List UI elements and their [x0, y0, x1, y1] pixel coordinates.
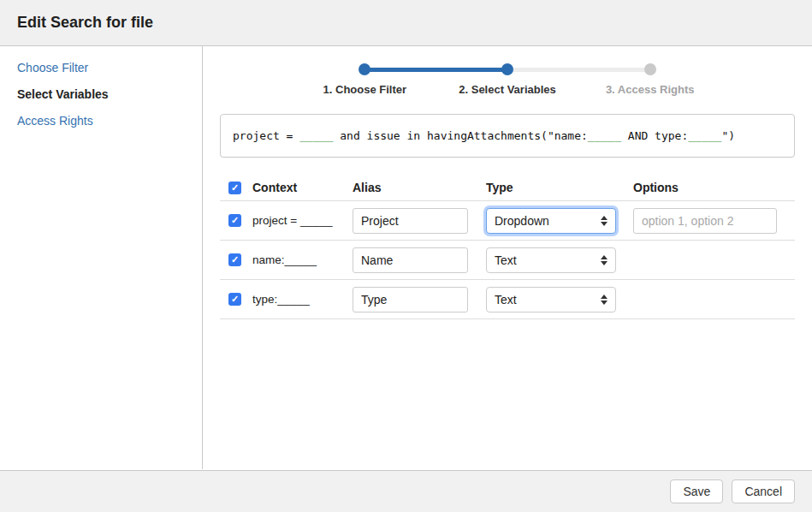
step-dot-upcoming [644, 63, 656, 75]
table-row: ✓ project = _____ Dropdown [220, 201, 795, 240]
cancel-button[interactable]: Cancel [732, 479, 795, 503]
column-header-alias: Alias [353, 181, 486, 194]
table-row: ✓ name:_____ Text [220, 241, 795, 279]
query-preview: project = _____ and issue in havingAttac… [220, 114, 795, 158]
column-header-options: Options [633, 181, 795, 194]
row-divider [220, 319, 795, 319]
check-icon: ✓ [231, 183, 239, 193]
progress-stepper: 1. Choose Filter 2. Select Variables 3. … [293, 63, 721, 96]
edit-search-dialog: Edit Search for file Choose Filter Selec… [0, 0, 812, 512]
sidebar-item-select-variables[interactable]: Select Variables [17, 87, 185, 101]
select-arrows-icon [601, 255, 608, 265]
dialog-title: Edit Search for file [17, 14, 153, 32]
alias-input[interactable] [353, 247, 468, 273]
check-icon: ✓ [231, 295, 239, 304]
main-panel: 1. Choose Filter 2. Select Variables 3. … [203, 46, 812, 469]
query-blank-segment: _____ [299, 129, 333, 142]
table-row: ✓ type:_____ Text [220, 280, 795, 319]
select-arrows-icon [601, 295, 608, 305]
table-header-row: ✓ Context Alias Type Options [220, 175, 795, 200]
column-header-type: Type [486, 181, 633, 194]
check-icon: ✓ [231, 255, 239, 265]
step-label: 2. Select Variables [459, 83, 555, 96]
alias-input[interactable] [353, 287, 468, 313]
row-checkbox[interactable]: ✓ [228, 293, 241, 306]
sidebar-item-choose-filter[interactable]: Choose Filter [17, 61, 185, 74]
step-dot-done [359, 63, 370, 75]
query-blank-segment: _____ [588, 129, 621, 142]
type-select[interactable]: Dropdown [486, 208, 616, 234]
row-checkbox[interactable]: ✓ [228, 253, 241, 266]
column-header-context: Context [252, 181, 353, 194]
row-checkbox[interactable]: ✓ [228, 214, 241, 227]
select-arrows-icon [601, 216, 608, 226]
type-select-value: Dropdown [495, 214, 549, 228]
variables-table: ✓ Context Alias Type Options ✓ project =… [220, 175, 795, 319]
select-all-checkbox[interactable]: ✓ [228, 182, 241, 194]
step-select-variables[interactable]: 2. Select Variables [436, 63, 579, 96]
alias-input[interactable] [353, 208, 468, 234]
query-text-segment: and issue in havingAttachments("name: [333, 129, 587, 142]
type-select-value: Text [495, 253, 517, 267]
step-label: 3. Access Rights [606, 83, 695, 96]
check-icon: ✓ [231, 216, 239, 225]
type-select-value: Text [495, 293, 517, 307]
save-button[interactable]: Save [670, 479, 723, 503]
type-select[interactable]: Text [486, 287, 616, 313]
context-label: name:_____ [252, 253, 353, 266]
query-text-segment: ") [721, 129, 735, 142]
options-input[interactable] [633, 208, 777, 234]
query-text-segment: project = [233, 129, 299, 142]
step-choose-filter[interactable]: 1. Choose Filter [293, 63, 436, 96]
step-access-rights[interactable]: 3. Access Rights [578, 63, 721, 96]
dialog-footer: Save Cancel [0, 470, 812, 512]
wizard-sidebar: Choose Filter Select Variables Access Ri… [0, 46, 203, 469]
context-label: type:_____ [252, 293, 353, 306]
type-select[interactable]: Text [486, 247, 616, 273]
dialog-header: Edit Search for file [0, 0, 812, 46]
sidebar-item-access-rights[interactable]: Access Rights [17, 114, 185, 128]
step-label: 1. Choose Filter [323, 83, 407, 96]
step-dot-current [501, 63, 513, 75]
query-blank-segment: _____ [688, 129, 721, 142]
query-text-segment: AND type: [621, 129, 688, 142]
context-label: project = _____ [252, 214, 353, 227]
